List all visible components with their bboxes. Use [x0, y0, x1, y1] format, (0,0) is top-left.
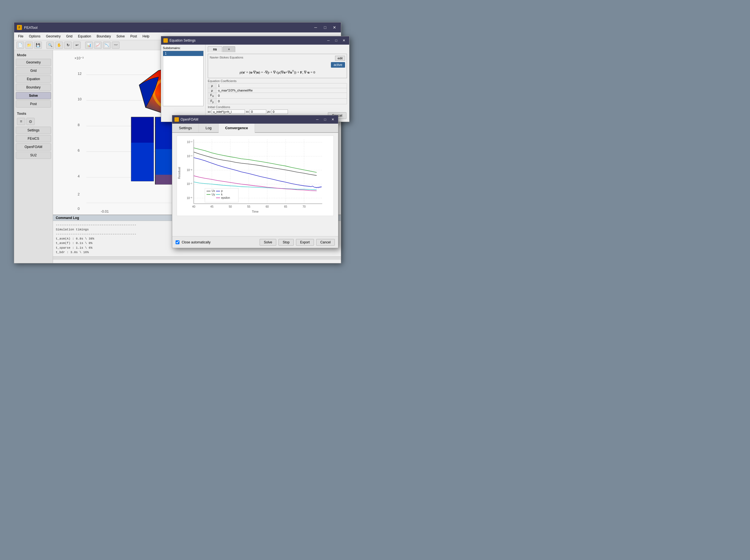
svg-text:55: 55 — [247, 205, 251, 208]
svg-text:50: 50 — [229, 205, 232, 208]
coeff-row-rho: ρ 1 — [208, 83, 347, 88]
svg-text:10⁻⁵: 10⁻⁵ — [187, 182, 192, 185]
eq-tab-plus[interactable]: + — [223, 46, 235, 52]
svg-text:10⁻⁴: 10⁻⁴ — [187, 168, 192, 172]
active-button[interactable]: active — [331, 62, 345, 68]
toolbar-plot1[interactable]: 📊 — [85, 42, 93, 49]
sidebar: Mode Geometry Grid Equation Boundary Sol… — [14, 50, 53, 263]
coeff-value-rho[interactable]: 1 — [216, 83, 347, 88]
initial-conditions-section: Initial Conditions u₀ v₀ p₀ — [208, 105, 347, 114]
toolbar-undo[interactable]: ↩ — [73, 42, 81, 49]
sidebar-post[interactable]: Post — [16, 100, 51, 107]
toolbar-pan[interactable]: ✋ — [55, 42, 63, 49]
menu-equation[interactable]: Equation — [76, 34, 93, 39]
sidebar-grid[interactable]: Grid — [16, 67, 51, 74]
eq-maximize-btn[interactable]: □ — [333, 38, 339, 43]
menu-help[interactable]: Help — [140, 34, 152, 39]
coeff-label-fx: FX — [208, 93, 216, 98]
of-tab-settings[interactable]: Settings — [172, 124, 199, 132]
of-tab-convergence[interactable]: Convergence — [219, 124, 255, 133]
svg-text:-0.01: -0.01 — [101, 209, 109, 213]
sidebar-su2[interactable]: SU2 — [16, 152, 51, 159]
menu-geometry[interactable]: Geometry — [44, 34, 63, 39]
sidebar-circle-btn[interactable]: ⊙ — [26, 118, 35, 125]
toolbar-rotate[interactable]: ↻ — [64, 42, 72, 49]
of-titlebar: OpenFOAM ─ □ ✕ — [172, 115, 338, 124]
menu-post[interactable]: Post — [128, 34, 139, 39]
sidebar-openfoam[interactable]: OpenFOAM — [16, 143, 51, 151]
of-maximize-btn[interactable]: □ — [322, 117, 328, 122]
ic-row: u₀ v₀ p₀ — [208, 109, 347, 114]
svg-rect-42 — [177, 137, 333, 215]
sidebar-solve[interactable]: Solve — [16, 92, 51, 99]
svg-text:Ux: Ux — [212, 189, 215, 193]
menu-file[interactable]: File — [16, 34, 25, 39]
eq-main-panel: ns + Navier-Stokes Equations edit active… — [205, 45, 349, 122]
menu-solve[interactable]: Solve — [114, 34, 127, 39]
svg-text:10: 10 — [78, 97, 82, 101]
menu-options[interactable]: Options — [27, 34, 42, 39]
close-button[interactable]: ✕ — [331, 25, 338, 30]
of-tab-log[interactable]: Log — [199, 124, 219, 132]
eq-window-title: Equation Settings — [170, 39, 324, 42]
export-button[interactable]: Export — [296, 239, 314, 246]
coeff-value-mu[interactable]: u_max*2/3*h_channel/Re — [216, 88, 347, 93]
cancel-button[interactable]: Cancel — [316, 239, 335, 246]
svg-text:2: 2 — [78, 192, 80, 196]
toolbar-plot2[interactable]: 📈 — [94, 42, 102, 49]
svg-text:70: 70 — [302, 205, 306, 208]
menu-grid[interactable]: Grid — [64, 34, 75, 39]
svg-text:×10⁻³: ×10⁻³ — [74, 56, 83, 60]
toolbar-plot4[interactable]: 〰 — [112, 42, 120, 49]
horizontal-scrollbar[interactable] — [53, 256, 341, 260]
toolbar-new[interactable]: 📄 — [16, 42, 24, 49]
main-titlebar: F FEATool ─ □ ✕ — [14, 22, 341, 33]
equation-formula: ρ(u' + (u·∇)u) = -∇p + ∇·(μ(∇u+∇uT)) + F… — [210, 68, 345, 76]
coeff-value-fy[interactable]: 0 — [216, 98, 347, 104]
menu-boundary[interactable]: Boundary — [94, 34, 113, 39]
solve-button[interactable]: Solve — [260, 239, 276, 246]
eq-close-btn[interactable]: ✕ — [341, 38, 347, 43]
coeff-label-mu: μ — [208, 88, 216, 93]
sidebar-equals-btn[interactable]: = — [17, 118, 25, 125]
coeff-value-fx[interactable]: 0 — [216, 93, 347, 98]
ic-label: Initial Conditions — [208, 105, 347, 109]
toolbar-save[interactable]: 💾 — [34, 42, 42, 49]
toolbar-plot3[interactable]: 📉 — [103, 42, 111, 49]
svg-text:60: 60 — [266, 205, 269, 208]
v0-input[interactable] — [250, 109, 266, 114]
subdomain-label: Subdomains: — [163, 46, 203, 49]
u0-input[interactable] — [212, 109, 245, 114]
sidebar-boundary[interactable]: Boundary — [16, 84, 51, 91]
close-auto-checkbox[interactable] — [176, 240, 179, 244]
of-close-btn[interactable]: ✕ — [330, 117, 336, 122]
eq-tab-ns[interactable]: ns — [208, 46, 222, 52]
coeff-row-fx: FX 0 — [208, 93, 347, 98]
toolbar-open[interactable]: 📁 — [25, 42, 33, 49]
coeff-label-fy: Fy — [208, 98, 216, 104]
convergence-chart: 10⁻² 10⁻³ 10⁻⁴ 10⁻⁵ 10⁻⁶ 40 45 50 55 60 … — [177, 136, 333, 216]
of-tabs: Settings Log Convergence — [172, 124, 338, 133]
eq-minimize-btn[interactable]: ─ — [325, 38, 332, 43]
convergence-chart-area: 10⁻² 10⁻³ 10⁻⁴ 10⁻⁵ 10⁻⁶ 40 45 50 55 60 … — [172, 133, 338, 240]
svg-text:Residual: Residual — [178, 167, 181, 179]
maximize-button[interactable]: □ — [321, 25, 329, 30]
sidebar-fenics[interactable]: FEniCS — [16, 135, 51, 142]
minimize-button[interactable]: ─ — [312, 25, 319, 30]
sidebar-equation[interactable]: Equation — [16, 75, 51, 83]
svg-text:45: 45 — [210, 205, 214, 208]
stop-button[interactable]: Stop — [278, 239, 294, 246]
edit-button[interactable]: edit — [335, 56, 345, 61]
toolbar-zoom-in[interactable]: 🔍 — [46, 42, 54, 49]
subdomain-item-1[interactable]: 1 — [163, 51, 203, 56]
sidebar-geometry[interactable]: Geometry — [16, 59, 51, 66]
main-window-title: FEATool — [24, 25, 310, 30]
sidebar-settings[interactable]: Settings — [16, 127, 51, 134]
of-minimize-btn[interactable]: ─ — [314, 117, 320, 122]
svg-text:Time: Time — [252, 210, 258, 213]
svg-text:0: 0 — [78, 206, 80, 211]
subdomain-list[interactable]: 1 — [163, 51, 203, 106]
p0-input[interactable] — [271, 109, 288, 114]
svg-text:12: 12 — [78, 72, 82, 76]
v0-label: v₀ — [246, 110, 249, 113]
